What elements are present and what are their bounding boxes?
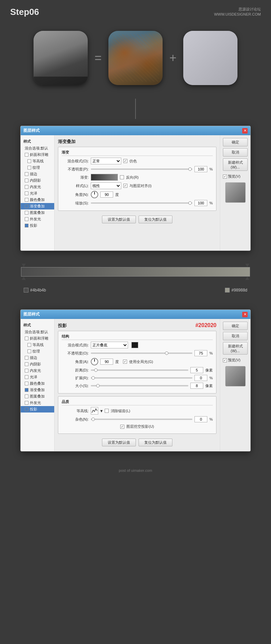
dialog1-opacity-slider[interactable]	[91, 167, 192, 172]
sidebar2-contour-check[interactable]	[27, 343, 31, 347]
sidebar1-outerglow-item[interactable]: 外发光	[21, 216, 54, 222]
dialog1-preview-check[interactable]	[223, 175, 227, 179]
dialog2-default-btn[interactable]: 设置为默认值	[102, 439, 136, 446]
dialog1-cancel-btn[interactable]: 取消	[223, 148, 248, 157]
dialog2-blend-mode-select[interactable]: 正片叠底	[91, 342, 128, 348]
sidebar2-bevel-check[interactable]	[25, 337, 28, 340]
sidebar2-stroke-check[interactable]	[25, 356, 28, 360]
dialog2-noise-input[interactable]	[194, 416, 207, 422]
dialog2-noise-slider[interactable]	[91, 417, 192, 422]
dialog1-angle-input[interactable]	[100, 192, 113, 198]
dialog2-opacity-input[interactable]	[194, 350, 207, 356]
gradient-stop-right-bottom[interactable]	[245, 277, 249, 280]
dialog2-close-btn[interactable]: ✕	[242, 312, 248, 317]
sidebar1-outerglow-check[interactable]	[25, 217, 28, 221]
sidebar2-gradientoverlay-item[interactable]: 渐变叠加	[21, 387, 54, 393]
sidebar1-innerglow-check[interactable]	[25, 185, 28, 189]
sidebar1-coloroverlay-check[interactable]	[25, 198, 28, 202]
dialog2-blend-color-swatch[interactable]	[131, 342, 138, 348]
dialog2-opacity-slider[interactable]	[91, 351, 192, 356]
sidebar2-bevel-item[interactable]: 斜面和浮雕	[21, 335, 54, 342]
sidebar2-dropshadow-check[interactable]	[25, 407, 28, 411]
gradient-stop-left-top[interactable]	[22, 264, 26, 267]
sidebar1-texture-item[interactable]: 纹理	[21, 164, 54, 171]
sidebar2-patternoverlay-item[interactable]: 图案叠加	[21, 393, 54, 400]
sidebar2-texture-check[interactable]	[27, 349, 31, 353]
sidebar2-innerglow-check[interactable]	[25, 369, 28, 373]
sidebar1-innershadow-item[interactable]: 内阴影	[21, 177, 54, 184]
dialog2-new-style-btn[interactable]: 新建样式(W)...	[223, 342, 248, 355]
sidebar1-texture-check[interactable]	[27, 166, 31, 169]
sidebar2-innerglow-item[interactable]: 内发光	[21, 367, 54, 374]
dialog1-dither-check[interactable]	[123, 159, 127, 163]
sidebar1-coloroverlay-item[interactable]: 颜色叠加	[21, 197, 54, 203]
dialog1-close-btn[interactable]: ✕	[242, 128, 248, 134]
dialog2-angle-input[interactable]	[100, 359, 113, 365]
sidebar1-innerglow-item[interactable]: 内发光	[21, 184, 54, 190]
sidebar1-satin-item[interactable]: 光泽	[21, 190, 54, 197]
dialog2-size-slider[interactable]	[91, 383, 188, 388]
dialog2-ok-btn[interactable]: 确定	[223, 322, 248, 330]
dialog1-opacity-input[interactable]	[194, 166, 207, 172]
sidebar2-coloroverlay-check[interactable]	[25, 382, 28, 385]
sidebar1-blend-option[interactable]: 混合选项:默认	[21, 145, 54, 152]
sidebar1-gradientoverlay-check[interactable]	[25, 204, 28, 208]
sidebar1-satin-check[interactable]	[25, 192, 28, 195]
sidebar2-innershadow-check[interactable]	[25, 362, 28, 366]
dialog2-size-input[interactable]	[190, 383, 203, 389]
gradient-bar[interactable]	[21, 267, 250, 277]
sidebar2-blend-option[interactable]: 混合选项:默认	[21, 329, 54, 335]
sidebar1-gradientoverlay-item[interactable]: 渐变叠加	[21, 203, 54, 209]
sidebar2-dropshadow-item[interactable]: 投影	[21, 406, 54, 412]
dialog1-scale-slider[interactable]	[91, 201, 192, 205]
sidebar2-patternoverlay-check[interactable]	[25, 395, 28, 398]
dialog2-reset-btn[interactable]: 复位为默认值	[139, 439, 172, 446]
sidebar2-outerglow-item[interactable]: 外发光	[21, 400, 54, 406]
sidebar1-bevel-item[interactable]: 斜面和浮雕	[21, 152, 54, 158]
sidebar2-satin-item[interactable]: 光泽	[21, 374, 54, 380]
dialog1-gradient-preview[interactable]	[91, 174, 118, 181]
dialog2-layermask-check[interactable]	[120, 425, 124, 429]
dialog2-cancel-btn[interactable]: 取消	[223, 332, 248, 340]
dialog2-distance-input[interactable]	[190, 367, 203, 373]
dialog1-reverse-check[interactable]	[120, 175, 124, 179]
dialog1-blend-mode-select[interactable]: 正常	[91, 158, 121, 164]
dialog2-globallight-check[interactable]	[123, 360, 127, 364]
dialog1-ok-btn[interactable]: 确定	[223, 138, 248, 146]
dialog2-preview-check[interactable]	[223, 358, 227, 362]
dialog1-default-btn[interactable]: 设置为默认值	[102, 216, 136, 223]
sidebar2-satin-check[interactable]	[25, 375, 28, 379]
dialog1-scale-input[interactable]	[194, 200, 207, 206]
sidebar2-coloroverlay-item[interactable]: 颜色叠加	[21, 380, 54, 387]
dialog2-contour-picker[interactable]	[91, 407, 98, 415]
dialog2-contour-dropdown[interactable]: ▾	[100, 408, 103, 414]
dialog1-align-check[interactable]	[123, 184, 127, 188]
gradient-stop-right-top[interactable]	[245, 264, 249, 267]
sidebar2-contour-item[interactable]: 等高线	[21, 342, 54, 348]
dialog1-angle-widget[interactable]	[91, 191, 98, 198]
sidebar2-texture-item[interactable]: 纹理	[21, 348, 54, 355]
sidebar1-bevel-check[interactable]	[25, 153, 28, 157]
dialog2-angle-widget[interactable]	[91, 358, 98, 365]
sidebar1-dropshadow-item[interactable]: 投影	[21, 222, 54, 229]
gradient-stop-left-bottom[interactable]	[22, 277, 26, 280]
dialog2-distance-slider[interactable]	[91, 368, 188, 373]
dialog2-antialias-check[interactable]	[105, 409, 109, 413]
sidebar1-innershadow-check[interactable]	[25, 179, 28, 182]
sidebar1-patternoverlay-check[interactable]	[25, 211, 28, 215]
dialog2-spread-slider[interactable]	[91, 376, 192, 380]
dialog1-style-select[interactable]: 线性	[91, 182, 121, 189]
sidebar1-dropshadow-check[interactable]	[25, 224, 28, 227]
sidebar2-innershadow-item[interactable]: 内阴影	[21, 361, 54, 367]
sidebar2-gradientoverlay-check[interactable]	[25, 388, 28, 392]
sidebar1-stroke-item[interactable]: 描边	[21, 171, 54, 177]
sidebar1-contour-item[interactable]: 等高线	[21, 158, 54, 164]
sidebar1-contour-check[interactable]	[27, 159, 31, 163]
dialog1-new-style-btn[interactable]: 新建样式(W)...	[223, 158, 248, 171]
dialog2-spread-input[interactable]	[194, 375, 207, 381]
sidebar2-stroke-item[interactable]: 描边	[21, 355, 54, 361]
dialog1-reset-btn[interactable]: 复位为默认值	[139, 216, 172, 223]
sidebar1-patternoverlay-item[interactable]: 图案叠加	[21, 209, 54, 216]
sidebar2-outerglow-check[interactable]	[25, 401, 28, 405]
sidebar1-stroke-check[interactable]	[25, 172, 28, 176]
